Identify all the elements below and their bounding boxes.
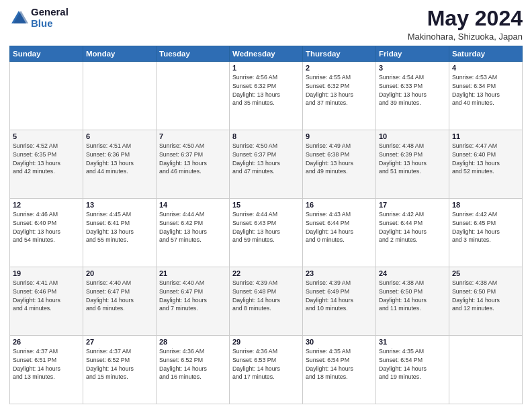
table-row: 19Sunrise: 4:41 AMSunset: 6:46 PMDayligh… [10,267,83,336]
day-info: Sunrise: 4:55 AMSunset: 6:32 PMDaylight:… [306,73,373,107]
table-row: 25Sunrise: 4:38 AMSunset: 6:50 PMDayligh… [449,267,523,336]
day-info: Sunrise: 4:45 AMSunset: 6:41 PMDaylight:… [86,210,153,244]
day-info: Sunrise: 4:43 AMSunset: 6:44 PMDaylight:… [306,210,373,244]
day-number: 25 [452,269,519,277]
day-number: 13 [86,201,153,209]
title-location: Makinohara, Shizuoka, Japan [408,32,523,42]
col-friday: Friday [376,46,449,62]
day-number: 28 [159,338,226,346]
day-info: Sunrise: 4:40 AMSunset: 6:47 PMDaylight:… [86,279,153,313]
day-number: 17 [379,201,446,209]
day-number: 11 [452,132,519,140]
table-row: 28Sunrise: 4:36 AMSunset: 6:52 PMDayligh… [157,336,230,404]
table-row: 23Sunrise: 4:39 AMSunset: 6:49 PMDayligh… [303,267,376,336]
day-info: Sunrise: 4:52 AMSunset: 6:35 PMDaylight:… [13,142,80,176]
day-info: Sunrise: 4:42 AMSunset: 6:45 PMDaylight:… [452,210,519,244]
day-number: 22 [232,269,300,277]
table-row: 3Sunrise: 4:54 AMSunset: 6:33 PMDaylight… [376,62,449,130]
day-number: 5 [13,132,80,140]
table-row: 20Sunrise: 4:40 AMSunset: 6:47 PMDayligh… [83,267,157,336]
day-number: 20 [86,269,153,277]
logo: General Blue [9,7,69,29]
calendar-week-row: 5Sunrise: 4:52 AMSunset: 6:35 PMDaylight… [10,130,523,199]
day-info: Sunrise: 4:36 AMSunset: 6:52 PMDaylight:… [159,347,226,381]
calendar-header-row: Sunday Monday Tuesday Wednesday Thursday… [10,46,523,62]
calendar-table: Sunday Monday Tuesday Wednesday Thursday… [9,46,523,404]
table-row: 21Sunrise: 4:40 AMSunset: 6:47 PMDayligh… [157,267,230,336]
table-row [157,62,230,130]
day-info: Sunrise: 4:40 AMSunset: 6:47 PMDaylight:… [159,279,226,313]
table-row: 2Sunrise: 4:55 AMSunset: 6:32 PMDaylight… [303,62,376,130]
day-info: Sunrise: 4:50 AMSunset: 6:37 PMDaylight:… [232,142,300,176]
day-info: Sunrise: 4:39 AMSunset: 6:49 PMDaylight:… [306,279,373,313]
col-wednesday: Wednesday [230,46,303,62]
col-tuesday: Tuesday [157,46,230,62]
page: General Blue May 2024 Makinohara, Shizuo… [0,0,532,411]
table-row [10,62,83,130]
table-row: 24Sunrise: 4:38 AMSunset: 6:50 PMDayligh… [376,267,449,336]
table-row: 13Sunrise: 4:45 AMSunset: 6:41 PMDayligh… [83,199,157,267]
logo-line2: Blue [31,18,69,30]
day-number: 3 [379,64,446,72]
table-row: 29Sunrise: 4:36 AMSunset: 6:53 PMDayligh… [230,336,303,404]
logo-text: General Blue [31,7,69,29]
table-row: 22Sunrise: 4:39 AMSunset: 6:48 PMDayligh… [230,267,303,336]
day-info: Sunrise: 4:41 AMSunset: 6:46 PMDaylight:… [13,279,80,313]
table-row: 11Sunrise: 4:47 AMSunset: 6:40 PMDayligh… [449,130,523,199]
day-info: Sunrise: 4:39 AMSunset: 6:48 PMDaylight:… [232,279,300,313]
day-number: 9 [306,132,373,140]
table-row: 27Sunrise: 4:37 AMSunset: 6:52 PMDayligh… [83,336,157,404]
header: General Blue May 2024 Makinohara, Shizuo… [9,7,523,42]
table-row: 18Sunrise: 4:42 AMSunset: 6:45 PMDayligh… [449,199,523,267]
day-number: 27 [86,338,153,346]
calendar-week-row: 19Sunrise: 4:41 AMSunset: 6:46 PMDayligh… [10,267,523,336]
table-row: 7Sunrise: 4:50 AMSunset: 6:37 PMDaylight… [157,130,230,199]
day-info: Sunrise: 4:49 AMSunset: 6:38 PMDaylight:… [306,142,373,176]
title-block: May 2024 Makinohara, Shizuoka, Japan [408,7,523,42]
table-row: 15Sunrise: 4:44 AMSunset: 6:43 PMDayligh… [230,199,303,267]
day-number: 7 [159,132,226,140]
calendar-week-row: 12Sunrise: 4:46 AMSunset: 6:40 PMDayligh… [10,199,523,267]
day-number: 4 [452,64,519,72]
day-info: Sunrise: 4:46 AMSunset: 6:40 PMDaylight:… [13,210,80,244]
calendar-week-row: 26Sunrise: 4:37 AMSunset: 6:51 PMDayligh… [10,336,523,404]
day-info: Sunrise: 4:44 AMSunset: 6:43 PMDaylight:… [232,210,300,244]
table-row: 4Sunrise: 4:53 AMSunset: 6:34 PMDaylight… [449,62,523,130]
day-number: 24 [379,269,446,277]
table-row: 9Sunrise: 4:49 AMSunset: 6:38 PMDaylight… [303,130,376,199]
table-row: 30Sunrise: 4:35 AMSunset: 6:54 PMDayligh… [303,336,376,404]
col-sunday: Sunday [10,46,83,62]
day-info: Sunrise: 4:48 AMSunset: 6:39 PMDaylight:… [379,142,446,176]
table-row: 17Sunrise: 4:42 AMSunset: 6:44 PMDayligh… [376,199,449,267]
day-number: 1 [232,64,300,72]
day-number: 14 [159,201,226,209]
table-row: 16Sunrise: 4:43 AMSunset: 6:44 PMDayligh… [303,199,376,267]
table-row: 10Sunrise: 4:48 AMSunset: 6:39 PMDayligh… [376,130,449,199]
day-info: Sunrise: 4:51 AMSunset: 6:36 PMDaylight:… [86,142,153,176]
day-info: Sunrise: 4:42 AMSunset: 6:44 PMDaylight:… [379,210,446,244]
day-info: Sunrise: 4:38 AMSunset: 6:50 PMDaylight:… [379,279,446,313]
day-number: 2 [306,64,373,72]
day-info: Sunrise: 4:50 AMSunset: 6:37 PMDaylight:… [159,142,226,176]
table-row: 1Sunrise: 4:56 AMSunset: 6:32 PMDaylight… [230,62,303,130]
day-info: Sunrise: 4:36 AMSunset: 6:53 PMDaylight:… [232,347,300,381]
logo-line1: General [31,6,69,17]
day-number: 6 [86,132,153,140]
col-monday: Monday [83,46,157,62]
day-number: 26 [13,338,80,346]
day-number: 12 [13,201,80,209]
col-saturday: Saturday [449,46,523,62]
day-number: 16 [306,201,373,209]
logo-icon [9,9,28,28]
day-info: Sunrise: 4:54 AMSunset: 6:33 PMDaylight:… [379,73,446,107]
day-info: Sunrise: 4:53 AMSunset: 6:34 PMDaylight:… [452,73,519,107]
day-number: 18 [452,201,519,209]
table-row: 31Sunrise: 4:35 AMSunset: 6:54 PMDayligh… [376,336,449,404]
day-info: Sunrise: 4:47 AMSunset: 6:40 PMDaylight:… [452,142,519,176]
day-number: 15 [232,201,300,209]
day-number: 31 [379,338,446,346]
col-thursday: Thursday [303,46,376,62]
table-row: 5Sunrise: 4:52 AMSunset: 6:35 PMDaylight… [10,130,83,199]
table-row: 14Sunrise: 4:44 AMSunset: 6:42 PMDayligh… [157,199,230,267]
day-info: Sunrise: 4:38 AMSunset: 6:50 PMDaylight:… [452,279,519,313]
